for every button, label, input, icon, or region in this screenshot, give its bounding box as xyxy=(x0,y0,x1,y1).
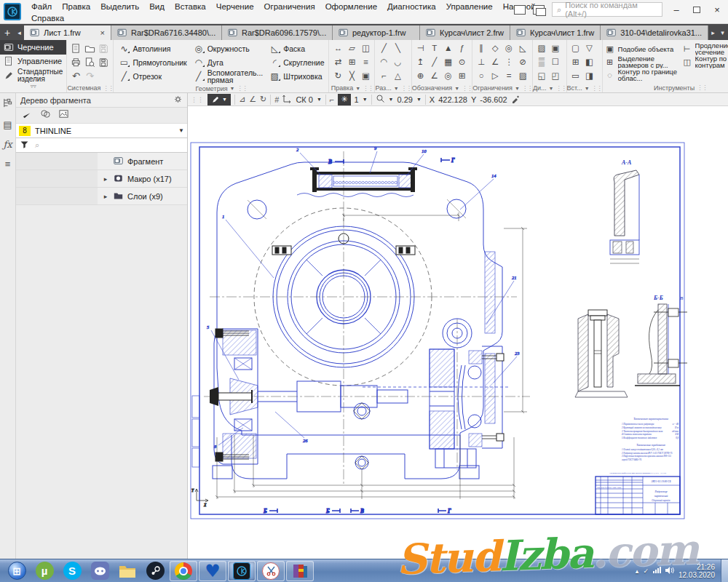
zoom-value[interactable]: 0.29 xyxy=(397,95,413,104)
macro-filter-icon[interactable] xyxy=(40,108,51,122)
kompas-logo-icon[interactable] xyxy=(4,3,21,20)
tool-контурподвумконтурам[interactable]: ◫Контур по двум контурам xyxy=(682,55,728,68)
panel-settings-gear-icon[interactable] xyxy=(173,95,183,105)
redo-icon[interactable]: ↷ xyxy=(83,69,96,82)
document-tab[interactable]: Курсач\лист 2.frw xyxy=(420,25,510,40)
tool-прямоугольник[interactable]: ▭Прямоугольник xyxy=(116,55,189,69)
grid-toggle-icon[interactable]: # xyxy=(274,95,279,104)
drawing-canvas[interactable]: 1 2 5 8 9 10 14 21 23 26 В Г xyxy=(188,106,728,559)
menu-item-Файл[interactable]: Файл xyxy=(26,2,57,11)
tool-icon[interactable]: = xyxy=(502,69,515,82)
tool-icon[interactable]: ▭ xyxy=(569,69,582,82)
tool-icon[interactable]: ◺ xyxy=(516,41,529,55)
tool-icon[interactable]: ∠ xyxy=(428,69,441,82)
chevron-down-icon[interactable]: ▼ xyxy=(317,97,322,102)
chevron-down-icon[interactable]: ▼ xyxy=(389,97,394,102)
cascade-windows-icon[interactable] xyxy=(533,5,545,15)
tool-icon[interactable]: ▢ xyxy=(569,41,582,55)
document-tab[interactable]: редуктор-1.frw xyxy=(333,25,420,40)
tool-icon[interactable]: ▱ xyxy=(345,41,358,55)
print-icon[interactable] xyxy=(69,55,82,68)
tool-icon[interactable]: ⊙ xyxy=(456,55,469,68)
document-tab[interactable]: Лист 1.frw× xyxy=(24,25,111,40)
tab-scroll-right-icon[interactable]: ▸ xyxy=(708,25,718,40)
menu-item-Справка[interactable]: Справка xyxy=(26,14,69,23)
taskbar-discord[interactable] xyxy=(86,560,114,582)
tab-list-icon[interactable]: ▾ xyxy=(718,25,727,40)
taskbar-health[interactable]: ♥ xyxy=(199,561,226,581)
undo-icon[interactable]: ↶ xyxy=(69,69,82,82)
close-button[interactable]: × xyxy=(711,4,724,15)
document-tab[interactable]: Rar$DRa6716.34480\... xyxy=(111,25,222,40)
menu-item-Вставка[interactable]: Вставка xyxy=(170,2,211,11)
tool-icon[interactable]: ƒ xyxy=(456,41,469,55)
menu-panel-icon[interactable]: ≡ xyxy=(5,159,11,170)
tab-scroll-left-icon[interactable]: ◂ xyxy=(15,25,24,40)
tool-icon[interactable]: ⇄ xyxy=(331,55,344,68)
scale-value[interactable]: 1 xyxy=(355,95,359,104)
tool-icon[interactable]: ◠ xyxy=(377,55,390,68)
tool-icon[interactable]: ↥ xyxy=(414,55,427,68)
taskbar-clock[interactable]: 21:2612.03.2020 xyxy=(678,563,715,579)
filter-funnel-icon[interactable] xyxy=(20,139,29,152)
expand-arrow-icon[interactable]: ▸ xyxy=(102,193,109,200)
tree-node-layers[interactable]: ▸ Слои (x9) xyxy=(16,188,187,205)
new-tab-button[interactable]: + xyxy=(0,25,15,40)
tool-icon[interactable]: ⊞ xyxy=(569,55,582,68)
zoom-magnifier-icon[interactable] xyxy=(376,94,385,105)
tool-icon[interactable]: ◎ xyxy=(502,41,515,55)
tool-отрезок[interactable]: ╱Отрезок xyxy=(116,69,189,83)
parameters-panel-icon[interactable]: ▤ xyxy=(3,119,12,130)
tool-icon[interactable]: T xyxy=(428,41,441,55)
tool-icon[interactable]: ○ xyxy=(475,69,488,82)
x-coord-value[interactable]: 422.128 xyxy=(438,95,467,104)
tool-icon[interactable]: ▦ xyxy=(442,55,455,68)
tool-icon[interactable]: ⊞ xyxy=(345,55,358,68)
tool-icon[interactable]: ◧ xyxy=(583,55,596,68)
tool-icon[interactable]: ◎ xyxy=(442,69,455,82)
tool-icon[interactable]: ▣ xyxy=(359,69,372,82)
taskbar-steam[interactable] xyxy=(141,560,169,582)
tool-icon[interactable]: ↔ xyxy=(331,41,344,55)
tool-icon[interactable]: ▨ xyxy=(516,69,529,82)
menu-item-Оформление[interactable]: Оформление xyxy=(320,2,382,11)
menu-item-Выделить[interactable]: Выделить xyxy=(95,2,144,11)
tool-продлениеусечение[interactable]: ⊢Продление/ усечение xyxy=(682,42,728,55)
open-document-icon[interactable] xyxy=(83,41,96,55)
tool-окружность[interactable]: ◎Окружность xyxy=(191,41,266,55)
tool-icon[interactable]: ◇ xyxy=(488,41,502,55)
tray-update-icon[interactable]: ✓ xyxy=(643,567,649,575)
taskbar-start-button[interactable]: ⊞ xyxy=(3,560,31,582)
taskbar-winrar[interactable] xyxy=(286,561,314,581)
tool-icon[interactable]: ⊥ xyxy=(475,55,488,68)
tool-штриховка[interactable]: ▨Штриховка xyxy=(266,69,326,83)
tool-icon[interactable]: ╱ xyxy=(377,41,390,55)
save-icon[interactable] xyxy=(97,41,110,55)
tool-icon[interactable]: ∠ xyxy=(488,55,502,68)
tool-подобиеобъекта[interactable]: ▣Подобие объекта xyxy=(605,42,679,55)
tool-выделениеразмеровсру[interactable]: ⊞Выделение размеров с ру... xyxy=(605,55,679,68)
minimize-button[interactable]: – xyxy=(670,4,683,15)
tray-expand-icon[interactable]: ▴ xyxy=(636,567,639,575)
modes-collapse-chevron[interactable]: ▿▿ xyxy=(0,83,66,92)
tool-icon[interactable]: ⌐ xyxy=(377,69,390,82)
menu-item-Ограничения[interactable]: Ограничения xyxy=(259,2,320,11)
tool-icon[interactable]: ◰ xyxy=(549,69,562,82)
tool-icon[interactable]: ▽ xyxy=(583,41,596,55)
tool-icon[interactable]: ↻ xyxy=(331,69,344,82)
restore-button[interactable] xyxy=(690,4,703,15)
tree-node-macro[interactable]: ▸ Макро (x17) xyxy=(16,170,187,188)
tool-icon[interactable]: ⊣ xyxy=(414,41,427,55)
menu-item-Вид[interactable]: Вид xyxy=(144,2,170,11)
tray-network-icon[interactable] xyxy=(653,567,661,575)
tool-icon[interactable]: ▷ xyxy=(488,69,502,82)
tool-icon[interactable]: ▨ xyxy=(535,41,548,55)
snap-perpendicular-icon[interactable]: ⊿ xyxy=(239,95,245,104)
chevron-down-icon[interactable]: ▼ xyxy=(416,97,422,102)
snap-angle-icon[interactable]: ∠ xyxy=(249,95,256,104)
current-style-pen-button[interactable]: ▼ xyxy=(207,94,231,105)
taskbar-chrome[interactable] xyxy=(170,561,197,581)
command-search-input[interactable]: ⌕ Поиск по командам (Alt+/) xyxy=(552,2,662,17)
tree-panel-icon[interactable] xyxy=(2,97,13,111)
image-filter-icon[interactable] xyxy=(58,108,69,122)
